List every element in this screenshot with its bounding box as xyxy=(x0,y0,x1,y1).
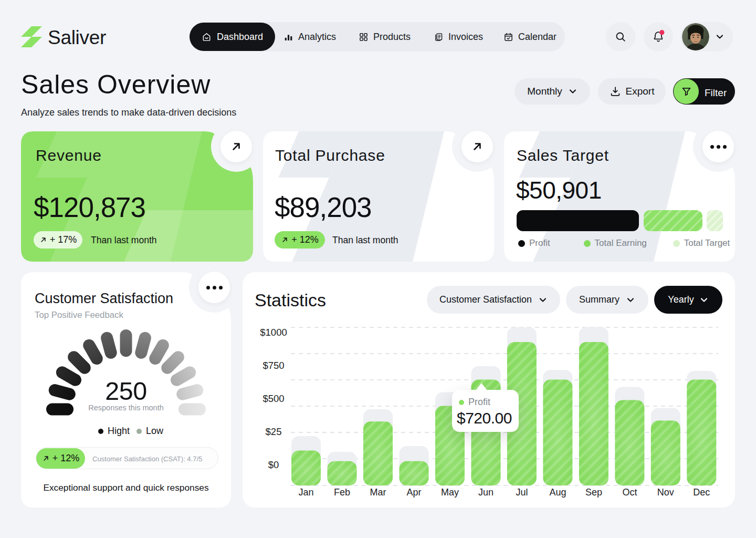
svg-text:$1000: $1000 xyxy=(260,327,287,338)
svg-text:$500: $500 xyxy=(262,393,284,404)
svg-text:Dec: Dec xyxy=(693,487,710,498)
svg-text:$750: $750 xyxy=(262,360,284,371)
svg-text:Aug: Aug xyxy=(549,487,566,498)
svg-text:$0: $0 xyxy=(268,459,279,470)
svg-text:Nov: Nov xyxy=(657,487,674,498)
svg-text:Mar: Mar xyxy=(370,487,386,498)
svg-text:Jan: Jan xyxy=(298,487,313,498)
svg-text:Apr: Apr xyxy=(406,487,421,498)
svg-text:Jun: Jun xyxy=(478,487,494,498)
svg-text:$25: $25 xyxy=(266,426,282,437)
svg-text:Oct: Oct xyxy=(622,487,637,498)
svg-text:Jul: Jul xyxy=(516,487,528,498)
svg-text:Sep: Sep xyxy=(585,487,602,498)
svg-text:May: May xyxy=(441,487,459,498)
svg-text:Feb: Feb xyxy=(334,487,350,498)
